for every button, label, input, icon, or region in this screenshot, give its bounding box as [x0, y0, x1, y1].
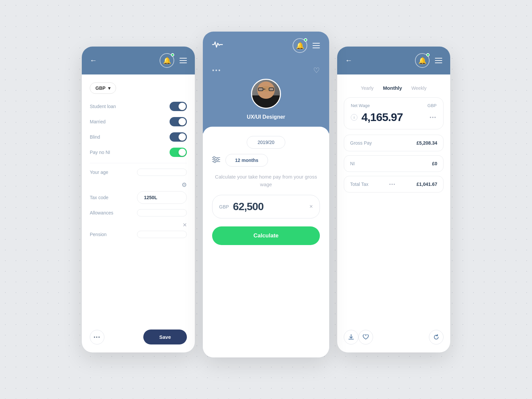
student-loan-label: Student loan	[90, 104, 116, 109]
tab-yearly[interactable]: Yearly	[361, 85, 373, 91]
profile-top-row: ••• ♡	[212, 66, 320, 75]
tax-code-input[interactable]: 1250L	[137, 191, 187, 204]
divider	[90, 163, 187, 163]
favorite-button[interactable]	[358, 330, 373, 344]
net-wage-amount-row: i 4,165.97 •••	[351, 111, 437, 124]
total-tax-row: Total Tax ••• £1,041.67	[344, 176, 444, 193]
net-wage-header: Net Wage GBP	[351, 103, 437, 108]
bell-icon: 🔔	[296, 42, 304, 50]
card2-header: 🔔	[203, 32, 329, 60]
pension-field-row: Pension	[90, 231, 187, 238]
currency-arrow-icon: ▾	[108, 85, 110, 91]
married-toggle[interactable]	[170, 117, 187, 126]
svg-point-5	[214, 161, 216, 163]
bell-button[interactable]: 🔔	[415, 53, 430, 68]
blind-label: Blind	[90, 134, 100, 140]
notification-dot	[426, 53, 430, 57]
pay-no-ni-toggle-row: Pay no NI	[90, 148, 187, 157]
tab-monthly[interactable]: Monthly	[383, 85, 402, 91]
card-settings: ← 🔔 GBP ▾ Student loan	[82, 47, 195, 352]
allowances-input[interactable]	[137, 209, 187, 216]
svg-point-3	[213, 157, 215, 159]
age-label: Your age	[90, 170, 108, 175]
card3-body: Yearly Monthly Weekly Net Wage GBP i 4,1…	[337, 74, 450, 325]
net-wage-amount: 4,165.97	[361, 111, 426, 124]
married-toggle-row: Married	[90, 117, 187, 126]
avatar-image	[252, 80, 280, 108]
notification-dot	[304, 38, 307, 42]
gross-amount-input[interactable]: 62,500	[233, 200, 306, 213]
currency-selector[interactable]: GBP ▾	[90, 82, 116, 94]
filter-row: 12 months	[212, 154, 320, 167]
net-wage-card: Net Wage GBP i 4,165.97 •••	[344, 97, 444, 129]
age-input[interactable]	[137, 169, 187, 176]
back-button[interactable]: ←	[345, 56, 352, 65]
calc-description: Calculate your take home pay from your g…	[212, 172, 320, 190]
gross-pay-value: £5,208.34	[417, 140, 437, 146]
menu-button[interactable]	[313, 43, 320, 48]
card1-body: GBP ▾ Student loan Married	[82, 74, 195, 324]
toggle-knob	[179, 118, 186, 125]
blind-toggle-row: Blind	[90, 132, 187, 142]
notification-dot	[171, 53, 174, 57]
options-dots[interactable]: •••	[212, 67, 221, 74]
close-icon[interactable]: ✕	[183, 222, 187, 228]
currency-label: GBP	[95, 85, 105, 91]
svg-point-4	[216, 159, 218, 161]
period-tabs: Yearly Monthly Weekly	[344, 81, 444, 97]
refresh-button[interactable]	[429, 330, 444, 344]
menu-button[interactable]	[435, 58, 442, 63]
tab-weekly[interactable]: Weekly	[411, 85, 427, 91]
gross-pay-label: Gross Pay	[350, 140, 372, 146]
pension-input[interactable]	[137, 231, 187, 238]
year-selector[interactable]: 2019/20	[247, 136, 286, 149]
bell-button[interactable]: 🔔	[160, 53, 174, 68]
total-tax-dots[interactable]: •••	[389, 182, 396, 187]
pulse-icon	[212, 41, 223, 51]
net-wage-currency: GBP	[428, 103, 437, 108]
calculate-button[interactable]: Calculate	[212, 226, 320, 245]
ni-label: NI	[350, 161, 355, 166]
menu-button[interactable]	[180, 58, 187, 63]
bell-icon: 🔔	[418, 57, 427, 65]
amount-input-row: GBP 62,500 ×	[212, 195, 320, 218]
ni-value: £0	[432, 161, 437, 166]
card3-footer	[337, 325, 450, 352]
clear-input-button[interactable]: ×	[309, 203, 313, 210]
allowances-label: Allowances	[90, 210, 113, 215]
student-loan-toggle-row: Student loan	[90, 102, 187, 111]
card1-header: ← 🔔	[82, 47, 195, 74]
avatar	[251, 79, 281, 109]
toggle-knob	[179, 103, 186, 110]
months-selector[interactable]: 12 months	[225, 154, 268, 167]
input-currency-label: GBP	[219, 204, 229, 209]
bell-icon: 🔔	[163, 57, 171, 65]
pay-no-ni-toggle[interactable]	[170, 148, 187, 157]
pay-no-ni-label: Pay no NI	[90, 150, 110, 155]
allowances-field-row: Allowances	[90, 209, 187, 216]
pension-label: Pension	[90, 232, 107, 237]
download-button[interactable]	[344, 330, 358, 344]
bell-button[interactable]: 🔔	[293, 38, 307, 53]
tax-code-label: Tax code	[90, 195, 108, 200]
blind-toggle[interactable]	[170, 132, 187, 142]
married-label: Married	[90, 119, 105, 124]
age-field-row: Your age	[90, 169, 187, 176]
toggle-knob	[179, 149, 186, 156]
tax-code-field-row: Tax code 1250L	[90, 191, 187, 204]
total-tax-value: £1,041.67	[417, 182, 437, 187]
more-options-button[interactable]: •••	[90, 330, 104, 344]
student-loan-toggle[interactable]	[170, 102, 187, 111]
save-button[interactable]: Save	[143, 330, 187, 344]
card2-body: 2019/20 12 months Calculate your take ho…	[203, 127, 329, 357]
back-button[interactable]: ←	[90, 56, 97, 65]
net-wage-options[interactable]: •••	[430, 115, 437, 120]
filter-icon[interactable]: ⚙	[182, 182, 187, 188]
favorite-icon[interactable]: ♡	[313, 66, 320, 75]
card1-footer: ••• Save	[82, 324, 195, 352]
toggle-knob	[179, 133, 186, 141]
info-button[interactable]: i	[351, 114, 357, 121]
card3-header: ← 🔔	[337, 47, 450, 74]
filter-icon[interactable]	[212, 156, 220, 165]
gross-pay-row: Gross Pay £5,208.34	[344, 135, 444, 151]
